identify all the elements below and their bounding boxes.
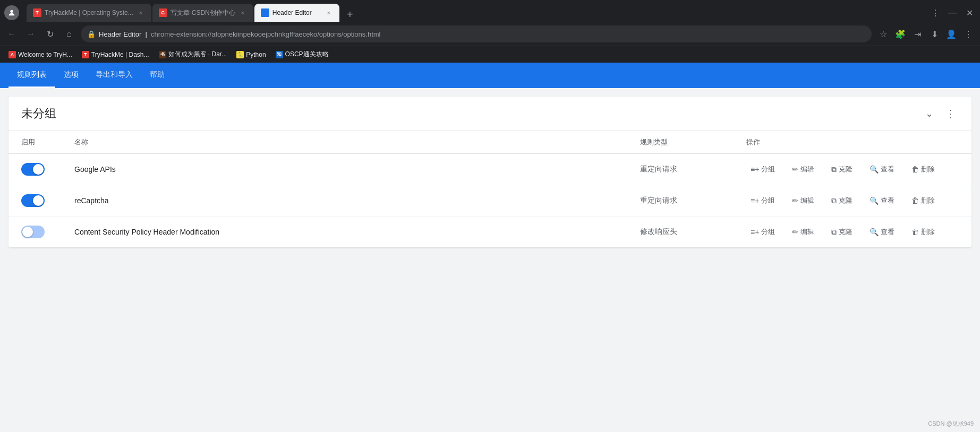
- rule2-view-button[interactable]: 🔍 查看: [865, 194, 899, 208]
- bookmark-favicon-book: 书: [159, 51, 166, 58]
- lock-icon: 🔒: [87, 30, 96, 38]
- rule2-view-label: 查看: [881, 196, 894, 205]
- home-button[interactable]: ⌂: [62, 27, 76, 41]
- clone-icon: ⧉: [831, 196, 837, 205]
- profile-icon[interactable]: [4, 5, 19, 20]
- bookmarks-bar: A Welcome to TryH... T TryHackMe | Dash.…: [0, 46, 980, 63]
- bookmark-hacker-book[interactable]: 书 如何成为黑客 · Dar...: [155, 48, 232, 61]
- rule3-edit-button[interactable]: ✏ 编辑: [788, 225, 819, 239]
- rule1-view-button[interactable]: 🔍 查看: [865, 162, 899, 176]
- rule3-toggle-cell: [21, 226, 74, 238]
- delete-icon: 🗑: [911, 165, 919, 174]
- bookmark-favicon-a: A: [8, 51, 16, 58]
- rule1-group-button[interactable]: ≡+ 分组: [746, 162, 779, 176]
- rule1-toggle[interactable]: [21, 163, 45, 176]
- col-header-rule-type: 规则类型: [640, 137, 746, 147]
- tabs-bar: T TryHackMe | Operating Syste... × C 写文章…: [27, 4, 925, 22]
- rule2-clone-button[interactable]: ⧉ 克隆: [827, 194, 857, 208]
- tab-favicon-tryhackme: T: [33, 8, 41, 17]
- group-header: 未分组 ⌄ ⋮: [8, 97, 972, 131]
- table-row: Content Security Policy Header Modificat…: [8, 217, 972, 247]
- rule3-group-label: 分组: [761, 227, 775, 237]
- col-header-enable: 启用: [21, 137, 74, 147]
- rule1-clone-button[interactable]: ⧉ 克隆: [827, 162, 857, 176]
- rule1-view-label: 查看: [881, 165, 894, 174]
- bookmark-tryhackme-welcome[interactable]: A Welcome to TryH...: [4, 49, 76, 60]
- reload-button[interactable]: ↻: [42, 27, 57, 41]
- edit-icon: ✏: [792, 165, 798, 174]
- view-icon: 🔍: [870, 196, 879, 205]
- bookmark-label-tryhackme-dash: TryHackMe | Dash...: [91, 51, 149, 58]
- nav-tab-help[interactable]: 帮助: [141, 63, 173, 88]
- group-actions: ⌄ ⋮: [921, 105, 959, 122]
- bookmark-favicon-tryhackme: T: [82, 51, 89, 58]
- window-restore-button[interactable]: —: [946, 6, 959, 19]
- bookmark-star-icon[interactable]: ☆: [876, 27, 891, 41]
- bookmark-python[interactable]: 🐍 Python: [232, 49, 270, 60]
- more-options-button[interactable]: ⋮: [942, 105, 959, 122]
- rule2-group-button[interactable]: ≡+ 分组: [746, 194, 779, 208]
- tab-close-tryhackme[interactable]: ×: [137, 8, 145, 17]
- profile-menu-icon[interactable]: 👤: [944, 27, 959, 41]
- tab-search-icon[interactable]: ⇥: [910, 27, 925, 41]
- svg-rect-2: [262, 12, 266, 13]
- rule3-group-button[interactable]: ≡+ 分组: [746, 225, 779, 239]
- rule1-delete-label: 删除: [921, 165, 935, 174]
- rule1-clone-label: 克隆: [839, 165, 853, 174]
- window-controls-left: [4, 5, 22, 20]
- nav-tab-options[interactable]: 选项: [55, 63, 87, 88]
- rule3-type: 修改响应头: [640, 227, 746, 237]
- bookmark-tryhackme-dash[interactable]: T TryHackMe | Dash...: [78, 49, 154, 60]
- app: 规则列表 选项 导出和导入 帮助 未分组 ⌄ ⋮ 启用 名称: [0, 63, 980, 432]
- tab-close-header-editor[interactable]: ×: [325, 8, 333, 17]
- bookmark-oscp[interactable]: 知 OSCP通关攻略: [271, 48, 333, 61]
- window-close-button[interactable]: ✕: [963, 6, 976, 19]
- rule1-toggle-cell: [21, 163, 74, 176]
- group-icon: ≡+: [751, 196, 759, 205]
- rule3-name: Content Security Policy Header Modificat…: [74, 228, 640, 236]
- tab-close-csdn[interactable]: ×: [238, 8, 247, 17]
- tab-csdn[interactable]: C 写文章-CSDN创作中心 ×: [152, 4, 253, 22]
- nav-tab-export[interactable]: 导出和导入: [87, 63, 141, 88]
- back-button[interactable]: ←: [4, 27, 19, 41]
- tab-header-editor[interactable]: Header Editor ×: [254, 4, 339, 22]
- rule3-view-label: 查看: [881, 227, 894, 237]
- rule2-toggle[interactable]: [21, 194, 45, 207]
- watermark: CSDN @见求949: [928, 420, 974, 428]
- nav-tab-help-label: 帮助: [150, 70, 165, 80]
- download-icon[interactable]: ⬇: [927, 27, 942, 41]
- clone-icon: ⧉: [831, 165, 837, 174]
- toolbar-actions: ☆ 🧩 ⇥ ⬇ 👤 ⋮: [876, 27, 976, 41]
- forward-button[interactable]: →: [23, 27, 38, 41]
- delete-icon: 🗑: [911, 228, 919, 236]
- view-icon: 🔍: [870, 228, 879, 236]
- rule1-delete-button[interactable]: 🗑 删除: [907, 162, 939, 176]
- rule3-toggle[interactable]: [21, 226, 45, 238]
- nav-tab-rules[interactable]: 规则列表: [8, 63, 55, 88]
- rule3-delete-button[interactable]: 🗑 删除: [907, 225, 939, 239]
- col-header-name: 名称: [74, 137, 640, 147]
- address-path: chrome-extension://afopnekiinpekooejpchn…: [151, 30, 380, 38]
- rule2-name: reCaptcha: [74, 196, 640, 205]
- group-title: 未分组: [21, 106, 921, 122]
- rule2-edit-button[interactable]: ✏ 编辑: [788, 194, 819, 208]
- delete-icon: 🗑: [911, 196, 919, 205]
- address-domain: Header Editor |: [99, 30, 151, 38]
- rule2-delete-button[interactable]: 🗑 删除: [907, 194, 939, 208]
- rule3-clone-button[interactable]: ⧉ 克隆: [827, 225, 857, 239]
- address-field[interactable]: 🔒 Header Editor | chrome-extension://afo…: [81, 25, 872, 42]
- rule3-view-button[interactable]: 🔍 查看: [865, 225, 899, 239]
- rule1-edit-label: 编辑: [800, 165, 814, 174]
- collapse-button[interactable]: ⌄: [921, 105, 938, 122]
- rule1-edit-button[interactable]: ✏ 编辑: [788, 162, 819, 176]
- window-minimize-button[interactable]: ⋮: [929, 6, 942, 19]
- rule3-delete-label: 删除: [921, 227, 935, 237]
- menu-icon[interactable]: ⋮: [961, 27, 976, 41]
- svg-rect-3: [262, 14, 267, 15]
- new-tab-button[interactable]: +: [343, 7, 357, 22]
- edit-icon: ✏: [792, 196, 798, 205]
- rule1-toggle-knob: [33, 164, 44, 175]
- tab-tryhackme[interactable]: T TryHackMe | Operating Syste... ×: [27, 4, 151, 22]
- table-row: Google APIs 重定向请求 ≡+ 分组 ✏ 编辑 ⧉ 克隆: [8, 154, 972, 185]
- extensions-icon[interactable]: 🧩: [893, 27, 908, 41]
